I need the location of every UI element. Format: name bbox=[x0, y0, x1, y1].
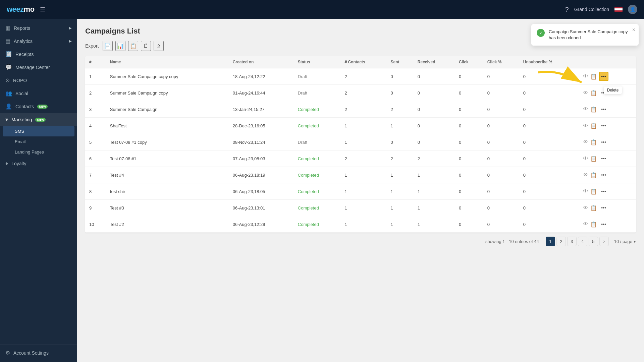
delete-tooltip: Delete bbox=[604, 86, 622, 94]
sidebar-item-account-settings[interactable]: ⚙ Account Settings bbox=[0, 346, 77, 359]
help-icon[interactable]: ? bbox=[565, 6, 569, 13]
more-actions-button[interactable]: ••• bbox=[599, 105, 608, 114]
copy-button[interactable]: 📋 bbox=[590, 188, 597, 195]
hamburger-icon[interactable]: ☰ bbox=[40, 6, 45, 13]
page-btn-5[interactable]: 5 bbox=[589, 237, 598, 246]
account-settings-icon: ⚙ bbox=[5, 350, 10, 356]
receipts-icon: 🧾 bbox=[5, 51, 12, 57]
cell-created: 28-Dec-23,16:05 bbox=[229, 118, 294, 134]
cell-click: 0 bbox=[455, 216, 483, 233]
contacts-icon: 👤 bbox=[5, 103, 12, 110]
col-created: Created on bbox=[229, 56, 294, 68]
page-btn-1[interactable]: 1 bbox=[546, 237, 555, 246]
row-actions: 👁 📋 ••• bbox=[583, 154, 632, 163]
copy-button[interactable]: 📋 bbox=[590, 123, 597, 129]
more-actions-button[interactable]: ••• bbox=[599, 137, 608, 147]
cell-created: 06-Aug-23,18:19 bbox=[229, 167, 294, 183]
page-btn-4[interactable]: 4 bbox=[578, 237, 587, 246]
cell-num: 3 bbox=[85, 101, 106, 118]
view-button[interactable]: 👁 bbox=[583, 221, 588, 227]
cell-sent: 1 bbox=[387, 200, 414, 216]
cell-num: 5 bbox=[85, 134, 106, 150]
sidebar-item-loyalty-label: Loyalty bbox=[11, 161, 26, 166]
cell-contacts: 1 bbox=[340, 167, 386, 183]
more-actions-button[interactable]: ••• bbox=[599, 121, 608, 130]
copy-button[interactable]: 📋 bbox=[590, 156, 597, 162]
view-button[interactable]: 👁 bbox=[583, 156, 588, 162]
per-page-selector[interactable]: 10 / page ▾ bbox=[614, 239, 636, 244]
sidebar-item-analytics[interactable]: ▤ Analytics ▶ bbox=[0, 35, 77, 48]
toast-close-button[interactable]: × bbox=[632, 27, 635, 33]
row-actions: 👁 📋 ••• bbox=[583, 105, 632, 114]
col-click-pct: Click % bbox=[483, 56, 519, 68]
export-xls-button[interactable]: 📊 bbox=[115, 41, 125, 51]
avatar[interactable]: 👤 bbox=[628, 5, 637, 14]
view-button[interactable]: 👁 bbox=[583, 106, 588, 112]
view-button[interactable]: 👁 bbox=[583, 205, 588, 211]
more-actions-button[interactable]: ••• bbox=[599, 154, 608, 163]
row-actions: 👁 📋 ••• bbox=[583, 170, 632, 180]
page-btn-3[interactable]: 3 bbox=[567, 237, 577, 246]
analytics-icon: ▤ bbox=[5, 38, 10, 44]
export-print-button[interactable]: 🖨 bbox=[154, 41, 164, 51]
sidebar-item-analytics-label: Analytics bbox=[14, 39, 33, 44]
table-row: 5 Test 07-08 #1 copy 08-Nov-23,11:24 Dra… bbox=[85, 134, 636, 150]
cell-created: 07-Aug-23,08:03 bbox=[229, 150, 294, 167]
cell-received: 0 bbox=[414, 118, 455, 134]
cell-contacts: 1 bbox=[340, 118, 386, 134]
export-label: Export bbox=[85, 43, 99, 49]
sidebar-item-ropo[interactable]: ⊙ ROPO bbox=[0, 74, 77, 87]
sidebar-sub-item-landing-pages[interactable]: Landing Pages bbox=[0, 147, 77, 157]
toast-message: Campaign Summer Sale Campaign copy has b… bbox=[549, 29, 633, 41]
nav-left: weezmo ☰ bbox=[7, 5, 45, 14]
view-button[interactable]: 👁 bbox=[583, 123, 588, 129]
export-json-button[interactable]: 🗒 bbox=[141, 41, 151, 51]
top-nav: weezmo ☰ ? Grand Collection 👤 bbox=[0, 0, 644, 19]
cell-contacts: 1 bbox=[340, 134, 386, 150]
sidebar-item-loyalty[interactable]: ♦ Loyalty bbox=[0, 157, 77, 170]
copy-button[interactable]: 📋 bbox=[590, 106, 597, 113]
cell-name: Test #3 bbox=[106, 200, 229, 216]
sidebar-item-message-center[interactable]: 💬 Message Center bbox=[0, 61, 77, 74]
more-actions-button[interactable]: ••• bbox=[599, 203, 608, 213]
view-button[interactable]: 👁 bbox=[583, 139, 588, 145]
row-actions: 👁 📋 ••• bbox=[583, 187, 632, 196]
cell-num: 4 bbox=[85, 118, 106, 134]
cell-actions: 👁 📋 ••• bbox=[579, 118, 636, 134]
cell-status: Draft bbox=[294, 134, 341, 150]
export-pdf-button[interactable]: 📄 bbox=[103, 41, 113, 51]
cell-click: 0 bbox=[455, 183, 483, 200]
sidebar-item-contacts[interactable]: 👤 Contacts NEW bbox=[0, 100, 77, 113]
sidebar-item-social[interactable]: 👥 Social bbox=[0, 87, 77, 100]
cell-click: 0 bbox=[455, 118, 483, 134]
more-actions-button[interactable]: ••• bbox=[599, 187, 608, 196]
cell-actions: 👁 📋 ••• bbox=[579, 167, 636, 183]
sidebar-sub-item-sms[interactable]: SMS bbox=[3, 126, 74, 136]
sidebar-item-receipts[interactable]: 🧾 Receipts bbox=[0, 48, 77, 61]
ropo-icon: ⊙ bbox=[5, 77, 10, 83]
copy-button[interactable]: 📋 bbox=[590, 139, 597, 145]
copy-button[interactable]: 📋 bbox=[590, 172, 597, 178]
cell-click-pct: 0 bbox=[483, 216, 519, 233]
table-row: 7 Test #4 06-Aug-23,18:19 Completed 1 1 … bbox=[85, 167, 636, 183]
export-csv-button[interactable]: 📋 bbox=[128, 41, 138, 51]
page-btn-next[interactable]: > bbox=[599, 237, 609, 246]
table-row: 3 Summer Sale Campaign 13-Jan-24,15:27 C… bbox=[85, 101, 636, 118]
cell-contacts: 2 bbox=[340, 68, 386, 85]
sidebar-item-reports-label: Reports bbox=[14, 25, 30, 31]
sidebar-sub-item-email[interactable]: Email bbox=[0, 136, 77, 147]
table-row: 8 test shir 06-Aug-23,18:05 Completed 1 … bbox=[85, 183, 636, 200]
sidebar-item-reports[interactable]: ▦ Reports ▶ bbox=[0, 21, 77, 35]
more-actions-button[interactable]: ••• bbox=[599, 220, 608, 229]
cell-actions: 👁 📋 ••• bbox=[579, 200, 636, 216]
cell-name: Summer Sale Campaign copy copy bbox=[106, 68, 229, 85]
view-button[interactable]: 👁 bbox=[583, 172, 588, 178]
sidebar-sub-item-landing-pages-label: Landing Pages bbox=[15, 149, 44, 155]
copy-button[interactable]: 📋 bbox=[590, 205, 597, 211]
sidebar-item-marketing[interactable]: ▾ Marketing NEW bbox=[0, 113, 77, 126]
more-actions-button[interactable]: ••• bbox=[599, 170, 608, 180]
page-btn-2[interactable]: 2 bbox=[556, 237, 566, 246]
table-row: 6 Test 07-08 #1 07-Aug-23,08:03 Complete… bbox=[85, 150, 636, 167]
view-button[interactable]: 👁 bbox=[583, 188, 588, 194]
copy-button[interactable]: 📋 bbox=[590, 221, 597, 228]
